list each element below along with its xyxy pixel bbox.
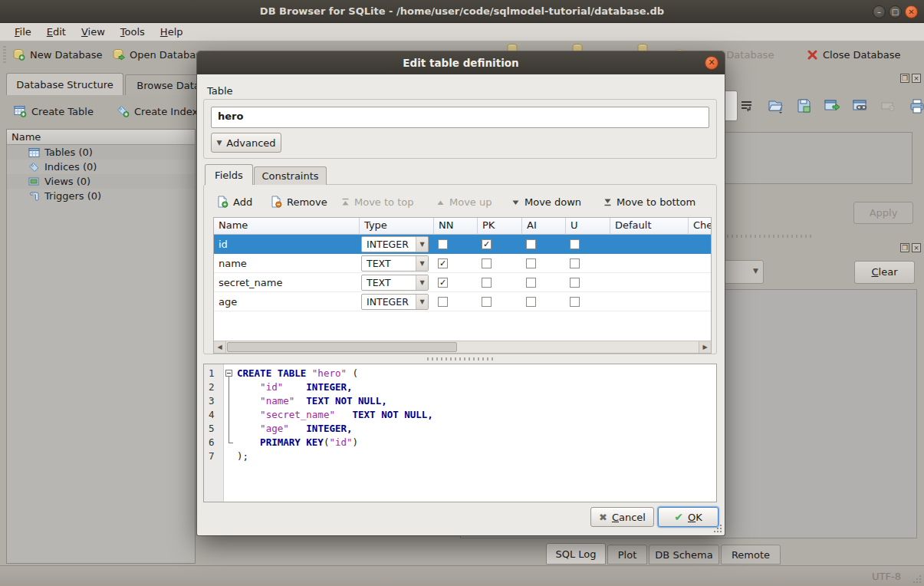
close-database-button[interactable]: Close Database xyxy=(807,44,901,64)
column-header-pk[interactable]: PK xyxy=(478,218,522,235)
open-file-icon[interactable] xyxy=(766,97,784,114)
add-button[interactable]: Add xyxy=(216,193,252,211)
u-checkbox[interactable] xyxy=(570,239,580,249)
ai-checkbox[interactable] xyxy=(526,278,536,288)
minimize-icon[interactable]: – xyxy=(873,5,886,18)
tree-header-name[interactable]: Name xyxy=(7,130,195,145)
tree-item-tables[interactable]: Tables (0) xyxy=(7,145,195,160)
dock-float-icon[interactable]: ❐ xyxy=(900,74,909,83)
column-header-type[interactable]: Type xyxy=(360,218,434,235)
maximize-icon[interactable]: □ xyxy=(889,5,902,18)
nn-checkbox[interactable]: ✓ xyxy=(438,278,448,288)
window-resize-grip[interactable] xyxy=(912,574,922,584)
ai-checkbox[interactable] xyxy=(526,258,536,268)
scroll-left-icon[interactable]: ◀ xyxy=(214,341,226,353)
close-icon[interactable]: ✕ xyxy=(905,5,918,18)
tab-constraints[interactable]: Constraints xyxy=(254,166,327,185)
field-name[interactable]: name xyxy=(214,258,360,269)
menu-view[interactable]: View xyxy=(74,25,112,39)
column-header-ai[interactable]: AI xyxy=(522,218,566,235)
pk-checkbox[interactable] xyxy=(482,258,492,268)
print-icon[interactable] xyxy=(908,97,924,114)
column-header-name[interactable]: Name xyxy=(214,218,360,235)
button-label: Move up xyxy=(449,196,492,208)
edit-cell-text-area[interactable] xyxy=(719,132,912,184)
dialog-resize-grip[interactable] xyxy=(712,523,723,534)
pk-checkbox[interactable]: ✓ xyxy=(482,239,492,249)
fold-collapse-icon[interactable] xyxy=(225,370,232,377)
nn-checkbox[interactable] xyxy=(438,239,448,249)
u-checkbox[interactable] xyxy=(570,278,580,288)
field-name[interactable]: id xyxy=(214,239,360,250)
scroll-right-icon[interactable]: ▶ xyxy=(699,341,711,353)
field-row-secret_name[interactable]: secret_nameTEXT▼✓ xyxy=(214,273,711,292)
ai-checkbox[interactable] xyxy=(526,239,536,249)
tab-plot[interactable]: Plot xyxy=(607,545,647,565)
dock-close-icon[interactable]: × xyxy=(912,243,921,252)
ai-checkbox[interactable] xyxy=(526,297,536,307)
tree-item-triggers[interactable]: Triggers (0) xyxy=(7,189,195,203)
type-combo[interactable]: INTEGER▼ xyxy=(361,294,429,310)
tab-sql-log[interactable]: SQL Log xyxy=(546,543,606,565)
nn-checkbox[interactable] xyxy=(438,297,448,307)
schema-tree[interactable]: Name Tables (0)Indices (0)Views (0)Trigg… xyxy=(6,129,196,564)
field-row-name[interactable]: nameTEXT▼✓ xyxy=(214,254,711,273)
clear-button[interactable]: Clear xyxy=(854,261,915,284)
column-header-u[interactable]: U xyxy=(566,218,610,235)
save-file-icon[interactable] xyxy=(794,97,813,114)
create-table-button[interactable]: Create Table xyxy=(14,100,94,122)
type-combo[interactable]: TEXT▼ xyxy=(361,255,429,272)
tree-item-views[interactable]: Views (0) xyxy=(7,174,195,189)
menu-file[interactable]: File xyxy=(8,25,38,39)
column-header-default[interactable]: Default xyxy=(610,218,689,235)
create-index-button[interactable]: Create Index xyxy=(117,100,198,122)
fields-grid-hscrollbar[interactable]: ◀ ▶ xyxy=(214,341,711,353)
cancel-button[interactable]: ✖ Cancel xyxy=(590,507,654,527)
nn-checkbox[interactable]: ✓ xyxy=(438,258,448,268)
dock-float-icon[interactable]: ❐ xyxy=(900,243,909,252)
open-database-button[interactable]: Open Database xyxy=(112,44,207,64)
type-combo[interactable]: INTEGER▼ xyxy=(361,236,429,252)
column-header-check[interactable]: Check xyxy=(689,218,712,235)
move-down-button[interactable]: Move down xyxy=(511,193,581,211)
move-to-bottom-button[interactable]: Move to bottom xyxy=(603,193,695,211)
tab-db-schema[interactable]: DB Schema xyxy=(649,545,719,565)
word-wrap-icon[interactable] xyxy=(738,97,756,114)
link-icon[interactable] xyxy=(851,97,870,114)
field-name[interactable]: secret_name xyxy=(214,277,360,288)
table-name-input[interactable]: hero xyxy=(211,107,709,128)
menu-edit[interactable]: Edit xyxy=(40,25,73,39)
field-row-age[interactable]: ageINTEGER▼ xyxy=(214,292,711,311)
remove-button[interactable]: Remove xyxy=(270,193,327,211)
tab-database-structure[interactable]: Database Structure xyxy=(6,73,123,95)
ok-button[interactable]: ✔ OK xyxy=(658,507,718,527)
fold-margin[interactable] xyxy=(224,364,235,502)
dock-splitter[interactable] xyxy=(713,235,813,238)
set-null-icon[interactable] xyxy=(880,97,898,114)
tab-remote[interactable]: Remote xyxy=(721,545,781,565)
u-checkbox[interactable] xyxy=(570,297,580,307)
dock-close-icon[interactable]: × xyxy=(912,74,921,83)
pk-checkbox[interactable] xyxy=(482,278,492,288)
field-name[interactable]: age xyxy=(214,296,360,308)
u-checkbox[interactable] xyxy=(570,258,580,268)
button-label: Move to bottom xyxy=(617,196,695,208)
dialog-splitter[interactable] xyxy=(427,357,496,360)
export-icon[interactable] xyxy=(823,97,841,114)
type-combo[interactable]: TEXT▼ xyxy=(361,275,429,291)
menu-help[interactable]: Help xyxy=(153,25,190,39)
field-row-id[interactable]: idINTEGER▼✓ xyxy=(214,235,711,254)
dialog-close-icon[interactable]: ✕ xyxy=(705,56,718,70)
tree-item-indices[interactable]: Indices (0) xyxy=(7,160,195,174)
scroll-thumb[interactable] xyxy=(227,342,457,352)
column-header-nn[interactable]: NN xyxy=(434,218,478,235)
fields-grid[interactable]: NameTypeNNPKAIUDefaultCheck idINTEGER▼✓n… xyxy=(213,217,712,354)
sql-preview-editor[interactable]: 1234567 CREATE TABLE "hero" ( "id" INTEG… xyxy=(203,364,717,502)
advanced-button[interactable]: ▼ Advanced xyxy=(211,133,281,153)
pk-checkbox[interactable] xyxy=(482,297,492,307)
new-database-button[interactable]: New Database xyxy=(12,44,103,64)
dialog-titlebar[interactable]: Edit table definition ✕ xyxy=(197,51,725,74)
menu-tools[interactable]: Tools xyxy=(113,25,152,39)
tab-fields[interactable]: Fields xyxy=(205,164,253,185)
toolbar-grip[interactable] xyxy=(3,46,6,63)
